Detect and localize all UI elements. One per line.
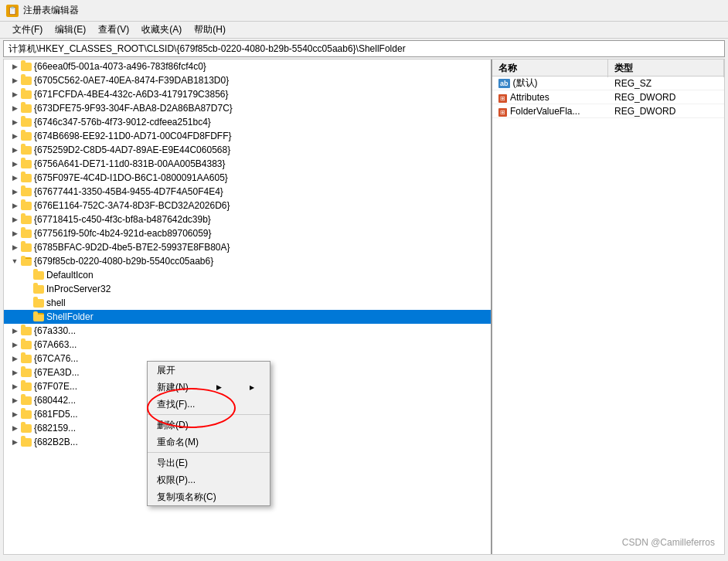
tree-expand-arrow[interactable]: ▶ [10, 340, 19, 349]
tree-item[interactable]: ▶{6746c347-576b-4f73-9012-cdfeea251bc4} [4, 115, 491, 129]
folder-icon [21, 104, 32, 113]
address-bar: 计算机\HKEY_CLASSES_ROOT\CLSID\{679f85cb-02… [3, 40, 725, 57]
right-pane-row[interactable]: ⊞AttributesREG_DWORD [492, 90, 724, 104]
context-menu-item[interactable]: 展开 [148, 362, 270, 379]
context-menu-item-label: 查找(F)... [157, 398, 195, 411]
folder-icon [33, 271, 44, 280]
tree-item-label: {671FCFDA-4BE4-432c-A6D3-4179179C3856} [34, 89, 229, 100]
right-pane-row[interactable]: ab(默认)REG_SZ [492, 76, 724, 90]
tree-expand-arrow[interactable]: ▶ [10, 145, 19, 155]
tree-item[interactable]: DefaultIcon [4, 268, 491, 282]
tree-expand-arrow[interactable]: ▶ [10, 62, 19, 71]
tree-item[interactable]: ▶{67677441-3350-45B4-9455-4D7F4A50F4E4} [4, 185, 491, 199]
context-menu-item[interactable]: 新建(N)▶ [148, 379, 270, 396]
right-pane: 名称 类型 ab(默认)REG_SZ⊞AttributesREG_DWORD⊞F… [492, 60, 724, 554]
watermark: CSDN @Camilleferros [622, 537, 715, 548]
tree-item[interactable]: InProcServer32 [4, 282, 491, 296]
tree-expand-arrow[interactable]: ▶ [10, 229, 19, 238]
tree-expand-arrow[interactable]: ▶ [10, 382, 19, 391]
context-menu-item[interactable]: 导出(E) [148, 454, 270, 471]
tree-item[interactable]: ▶{674B6698-EE92-11D0-AD71-00C04FD8FDFF} [4, 129, 491, 143]
tree-item-label: DefaultIcon [46, 270, 94, 280]
tree-expand-arrow[interactable]: ▶ [10, 76, 19, 85]
tree-expand-arrow[interactable]: ▼ [10, 257, 19, 266]
context-menu-item[interactable]: 复制项名称(C) [148, 488, 270, 505]
tree-item-label: {681FD5... [34, 409, 78, 420]
tree-expand-arrow[interactable]: ▶ [10, 159, 19, 168]
tree-expand-arrow[interactable]: ▶ [10, 410, 19, 419]
tree-item-label: {673DFE75-9F93-304F-ABA8-D2A86BA87D7C} [34, 103, 233, 114]
menu-item-F[interactable]: 文件(F) [6, 22, 49, 38]
folder-icon [33, 313, 44, 321]
folder-icon [21, 355, 32, 363]
reg-entry-name: ab(默认) [492, 76, 608, 90]
tree-expand-arrow[interactable]: ▶ [10, 131, 19, 141]
folder-icon [21, 369, 32, 377]
tree-expand-arrow[interactable]: ▶ [10, 215, 19, 224]
folder-icon [21, 174, 32, 182]
folder-icon [21, 188, 32, 196]
context-menu-item-label: 新建(N) [157, 381, 189, 394]
tree-expand-arrow[interactable]: ▶ [10, 354, 19, 363]
col-header-name[interactable]: 名称 [492, 60, 608, 77]
folder-icon [21, 216, 32, 224]
menu-item-H[interactable]: 帮助(H) [188, 22, 232, 38]
tree-item-label: {6705C562-0AE7-40EA-8474-F39DAB1813D0} [34, 75, 229, 86]
folder-icon [21, 410, 32, 419]
tree-item[interactable]: ▶{673DFE75-9F93-304F-ABA8-D2A86BA87D7C} [4, 101, 491, 115]
context-menu-item-label: 导出(E) [157, 457, 188, 470]
tree-expand-arrow[interactable]: ▶ [10, 104, 19, 113]
reg-entry-name: ⊞FolderValueFla... [492, 105, 608, 117]
context-menu-item[interactable]: 删除(D) [148, 416, 270, 434]
default-value-icon: ab [498, 79, 510, 88]
tree-item[interactable]: ▶{67a330... [4, 324, 491, 338]
tree-expand-arrow[interactable]: ▶ [10, 368, 19, 377]
tree-item[interactable]: shell [4, 296, 491, 310]
tree-item[interactable]: ▶{66eea0f5-001a-4073-a496-783f86fcf4c0} [4, 60, 491, 73]
tree-expand-arrow[interactable]: ▶ [10, 90, 19, 99]
tree-item[interactable]: ▶{675F097E-4C4D-I1DO-B6C1-0800091AA605} [4, 171, 491, 185]
tree-item[interactable]: ShellFolder [4, 310, 491, 324]
menu-item-E[interactable]: 编辑(E) [49, 22, 92, 38]
tree-expand-arrow[interactable]: ▶ [10, 423, 19, 433]
menu-bar: 文件(F)编辑(E)查看(V)收藏夹(A)帮助(H) [0, 22, 728, 39]
tree-item[interactable]: ▶{677561f9-50fc-4b24-921d-eacb89706059} [4, 226, 491, 240]
address-path: 计算机\HKEY_CLASSES_ROOT\CLSID\{679f85cb-02… [9, 42, 406, 56]
context-menu-item[interactable]: 查找(F)... [148, 396, 270, 413]
tree-item[interactable]: ▶{676E1164-752C-3A74-8D3F-BCD32A2026D6} [4, 199, 491, 212]
tree-item[interactable]: ▶{67A663... [4, 338, 491, 352]
menu-item-A[interactable]: 收藏夹(A) [135, 22, 188, 38]
folder-icon [21, 132, 32, 141]
context-menu-item[interactable]: 权限(P)... [148, 471, 270, 488]
col-header-type[interactable]: 类型 [608, 60, 724, 77]
menu-item-V[interactable]: 查看(V) [92, 22, 135, 38]
tree-expand-arrow[interactable]: ▶ [10, 437, 19, 447]
tree-item[interactable]: ▶{67718415-c450-4f3c-bf8a-b487642dc39b} [4, 212, 491, 226]
tree-item[interactable]: ▶{671FCFDA-4BE4-432c-A6D3-4179179C3856} [4, 87, 491, 101]
tree-expand-arrow[interactable]: ▶ [10, 201, 19, 210]
tree-item-label: {67F07E... [34, 381, 77, 392]
context-menu: 展开新建(N)▶查找(F)...删除(D)重命名(M)导出(E)权限(P)...… [147, 361, 270, 506]
tree-expand-arrow[interactable] [22, 312, 32, 321]
tree-item[interactable]: ▶{6705C562-0AE7-40EA-8474-F39DAB1813D0} [4, 73, 491, 87]
tree-expand-arrow[interactable] [22, 270, 32, 280]
tree-expand-arrow[interactable]: ▶ [10, 173, 19, 182]
tree-expand-arrow[interactable] [22, 298, 32, 308]
tree-expand-arrow[interactable]: ▶ [10, 326, 19, 335]
tree-expand-arrow[interactable]: ▶ [10, 117, 19, 127]
tree-expand-arrow[interactable]: ▶ [10, 243, 19, 252]
tree-expand-arrow[interactable] [22, 284, 32, 294]
tree-item[interactable]: ▶{6756A641-DE71-11d0-831B-00AA005B4383} [4, 157, 491, 171]
tree-item[interactable]: ▶{6785BFAC-9D2D-4be5-B7E2-59937E8FB80A} [4, 240, 491, 254]
context-menu-item-label: 复制项名称(C) [157, 491, 216, 504]
context-menu-item[interactable]: 重命名(M) [148, 434, 270, 450]
tree-expand-arrow[interactable]: ▶ [10, 396, 19, 405]
tree-expand-arrow[interactable]: ▶ [10, 187, 19, 196]
dword-value-icon: ⊞ [498, 108, 507, 117]
tree-item-label: {66eea0f5-001a-4073-a496-783f86fcf4c0} [34, 61, 206, 72]
folder-icon [21, 76, 32, 85]
right-pane-row[interactable]: ⊞FolderValueFla...REG_DWORD [492, 104, 724, 118]
folder-icon [21, 118, 32, 127]
tree-item[interactable]: ▶{675259D2-C8D5-4AD7-89AE-E9E44C060568} [4, 143, 491, 157]
tree-item[interactable]: ▼{679f85cb-0220-4080-b29b-5540cc05aab6} [4, 254, 491, 268]
